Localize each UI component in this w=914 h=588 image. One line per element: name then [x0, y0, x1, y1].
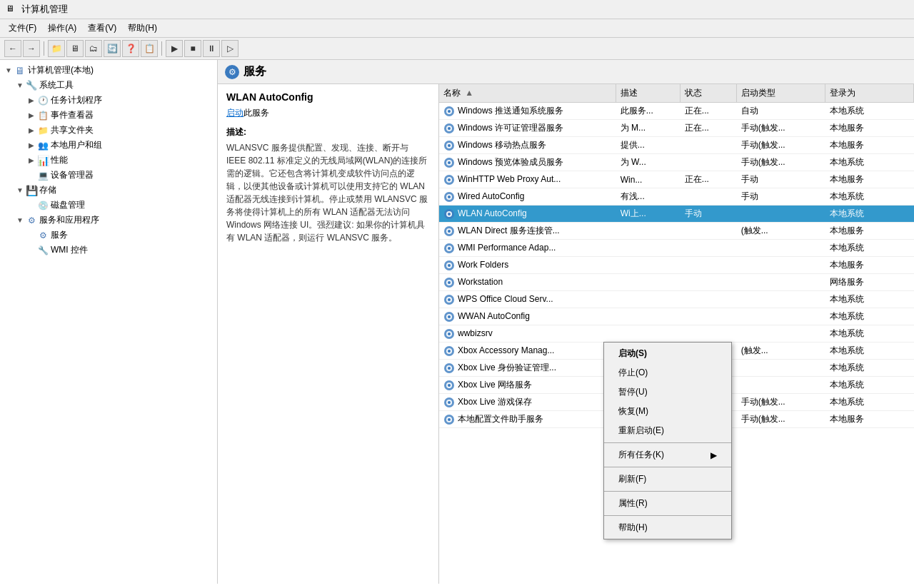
refresh-button[interactable]: 🔄 [104, 40, 121, 57]
service-login-cell: 本地系统 [825, 206, 914, 223]
tree-node-disk[interactable]: 💿 磁盘管理 [23, 198, 217, 213]
service-name-cell: Windows 预览体验成员服务 [439, 154, 616, 171]
service-desc-cell: Win... [616, 171, 681, 188]
context-menu-item[interactable]: 所有任务(K)▶ [604, 445, 731, 465]
context-menu-separator [604, 467, 731, 467]
table-row[interactable]: WLAN AutoConfigWi上...手动本地系统 [439, 206, 914, 223]
service-login-cell: 本地服务 [825, 120, 914, 137]
col-login[interactable]: 登录为 [825, 84, 914, 103]
col-name[interactable]: 名称 ▲ [439, 84, 616, 103]
tree-label-wmi: WMI 控件 [51, 244, 88, 256]
service-startup-cell [737, 325, 825, 343]
stop-button[interactable]: ■ [184, 40, 201, 57]
context-menu-separator [604, 442, 731, 443]
col-startup[interactable]: 启动类型 [737, 84, 825, 103]
context-menu: 启动(S)停止(O)暂停(U)恢复(M)重新启动(E)所有任务(K)▶刷新(F)… [603, 342, 732, 539]
tree-node-root[interactable]: ▼ 🖥 计算机管理(本地) [0, 63, 217, 78]
table-row[interactable]: WPS Office Cloud Serv...本地系统 [439, 291, 914, 308]
tree-label-root: 计算机管理(本地) [28, 64, 94, 76]
tree-node-shared[interactable]: ▶ 📁 共享文件夹 [23, 123, 217, 138]
tree-label-device: 设备管理器 [51, 169, 94, 181]
service-status-cell [681, 240, 737, 257]
tree-node-users[interactable]: ▶ 👥 本地用户和组 [23, 138, 217, 153]
service-startup-cell: 手动(触发... [737, 394, 825, 411]
context-menu-item[interactable]: 停止(O) [604, 363, 731, 382]
service-login-cell: 本地系统 [825, 394, 914, 411]
table-row[interactable]: Windows 移动热点服务提供...手动(触发...本地服务 [439, 137, 914, 154]
svg-point-26 [448, 247, 451, 250]
play-button[interactable]: ▶ [166, 40, 183, 57]
col-status[interactable]: 状态 [681, 84, 737, 103]
forward-button[interactable]: → [23, 40, 40, 57]
context-menu-item[interactable]: 重新启动(E) [604, 421, 731, 440]
right-header: ⚙ 服务 [218, 60, 914, 84]
start-link[interactable]: 启动 [226, 108, 243, 118]
table-row[interactable]: wwbizsrv本地系统 [439, 325, 914, 343]
table-row[interactable]: Windows 预览体验成员服务为 W...手动(触发...本地系统 [439, 154, 914, 171]
service-startup-cell [737, 308, 825, 325]
table-row[interactable]: Windows 许可证管理器服务为 M...正在...手动(触发...本地服务 [439, 120, 914, 137]
submenu-arrow-icon: ▶ [710, 450, 717, 460]
tree-label-storage: 存储 [39, 184, 56, 196]
desc-start-line: 启动此服务 [226, 107, 430, 119]
context-menu-item[interactable]: 刷新(F) [604, 470, 731, 489]
open-button[interactable]: 📁 [48, 40, 65, 57]
desc-label: 描述: [226, 126, 430, 138]
tree-node-wmi[interactable]: 🔧 WMI 控件 [23, 243, 217, 258]
table-row[interactable]: Wired AutoConfig有浅...手动本地系统 [439, 188, 914, 206]
service-icon [443, 397, 455, 408]
table-row[interactable]: WMI Performance Adap...本地系统 [439, 240, 914, 257]
svg-point-41 [448, 333, 451, 335]
expand-device-icon [26, 170, 37, 181]
tree-node-perf[interactable]: ▶ 📊 性能 [23, 153, 217, 168]
menu-action[interactable]: 操作(A) [42, 21, 82, 36]
table-row[interactable]: WLAN Direct 服务连接管...(触发...本地服务 [439, 223, 914, 240]
tree-node-task[interactable]: ▶ 🕐 任务计划程序 [23, 93, 217, 108]
pause-button[interactable]: ⏸ [203, 40, 220, 57]
service-name-cell: Workstation [439, 274, 616, 291]
back-button[interactable]: ← [4, 40, 21, 57]
col-desc[interactable]: 描述 [616, 84, 681, 103]
service-desc-cell: 此服务... [616, 103, 681, 120]
tree-label-users: 本地用户和组 [51, 139, 102, 151]
table-row[interactable]: Workstation网络服务 [439, 274, 914, 291]
app-icon: 🖥 [6, 4, 17, 15]
menu-view[interactable]: 查看(V) [82, 21, 122, 36]
service-name-text: WWAN AutoConfig [458, 311, 530, 321]
files-button[interactable]: 🗂 [85, 40, 102, 57]
table-row[interactable]: Work Folders本地服务 [439, 257, 914, 274]
service-login-cell: 本地系统 [825, 154, 914, 171]
service-name-cell: WWAN AutoConfig [439, 308, 616, 325]
console-button[interactable]: 📋 [141, 40, 158, 57]
table-row[interactable]: WinHTTP Web Proxy Aut...Win...正在...手动本地服… [439, 171, 914, 188]
svg-point-38 [448, 315, 451, 318]
desc-text: WLANSVC 服务提供配置、发现、连接、断开与 IEEE 802.11 标准定… [226, 141, 430, 244]
service-name-text: Xbox Live 网络服务 [458, 380, 532, 390]
menu-help[interactable]: 帮助(H) [122, 21, 163, 36]
help-button[interactable]: ❓ [122, 40, 139, 57]
table-row[interactable]: WWAN AutoConfig本地系统 [439, 308, 914, 325]
tree-node-device[interactable]: 💻 设备管理器 [23, 168, 217, 183]
desc-panel: WLAN AutoConfig 启动此服务 描述: WLANSVC 服务提供配置… [218, 84, 439, 584]
service-desc-cell: 有浅... [616, 188, 681, 206]
context-menu-item[interactable]: 属性(R) [604, 494, 731, 513]
service-name-text: 本地配置文件助手服务 [458, 414, 543, 424]
tree-node-storage[interactable]: ▼ 💾 存储 [11, 183, 217, 198]
tree-node-services-apps[interactable]: ▼ ⚙ 服务和应用程序 [11, 213, 217, 228]
tree-node-systemtools[interactable]: ▼ 🔧 系统工具 [11, 78, 217, 93]
tree-node-event[interactable]: ▶ 📋 事件查看器 [23, 108, 217, 123]
menu-file[interactable]: 文件(F) [3, 21, 42, 36]
table-row[interactable]: Windows 推送通知系统服务此服务...正在...自动本地系统 [439, 103, 914, 120]
context-menu-item[interactable]: 恢复(M) [604, 402, 731, 421]
tree-node-services[interactable]: ⚙ 服务 [23, 228, 217, 243]
service-icon [443, 311, 455, 323]
context-menu-item[interactable]: 启动(S) [604, 344, 731, 363]
step-button[interactable]: ▷ [221, 40, 238, 57]
service-login-cell: 本地服务 [825, 223, 914, 240]
context-menu-item[interactable]: 暂停(U) [604, 382, 731, 402]
context-menu-item[interactable]: 帮助(H) [604, 518, 731, 537]
service-login-cell: 本地系统 [825, 377, 914, 394]
svg-point-35 [448, 298, 451, 301]
service-name-text: Windows 预览体验成员服务 [458, 157, 563, 167]
computer-button[interactable]: 🖥 [66, 40, 84, 57]
